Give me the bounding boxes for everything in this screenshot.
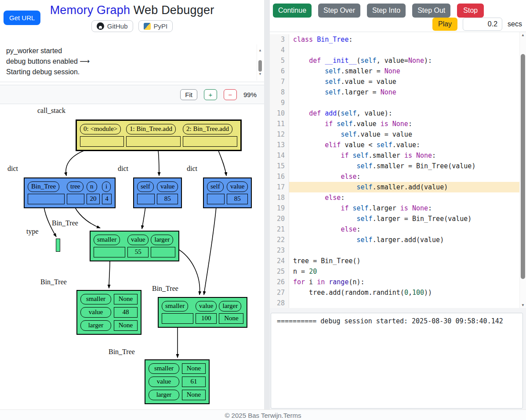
code-line[interactable]: 26for i in range(n):	[270, 277, 520, 287]
line-number: 14	[270, 150, 289, 161]
dict-add-frame-2[interactable]: selfvalue85	[203, 177, 252, 208]
line-number: 27	[270, 287, 289, 298]
stop-button[interactable]: Stop	[457, 4, 484, 18]
code-line[interactable]: 7 self.value = value	[270, 76, 520, 87]
continue-button[interactable]: Continue	[273, 4, 312, 18]
code-line[interactable]: 27 tree.add(random.randint(0,100))	[270, 287, 520, 298]
value-box: 85	[227, 194, 248, 204]
pypi-label: PyPI	[154, 22, 168, 30]
key-pill: smaller	[149, 363, 179, 374]
memory-graph-canvas[interactable]: call_stackdictdictdictBin_TreetypeBin_Tr…	[0, 104, 264, 409]
code-line[interactable]: 6 self.smaller = None	[270, 66, 520, 76]
code-line[interactable]: 17 self.smaller.add(value)	[270, 182, 520, 192]
log-line: Starting debug session.	[6, 67, 258, 77]
code-line[interactable]: 23	[270, 245, 520, 256]
terms-link[interactable]: Terms	[283, 412, 301, 419]
scroll-down-icon[interactable]: ▼	[520, 303, 526, 307]
type-node[interactable]	[56, 239, 60, 252]
code-line[interactable]: 28	[270, 298, 520, 308]
line-number: 22	[270, 235, 289, 245]
code-line[interactable]: 3class Bin_Tree:	[270, 34, 520, 45]
code-line[interactable]: 15 self.smaller = Bin_Tree(value)	[270, 161, 520, 171]
graph-node-label: type	[26, 228, 39, 235]
code-line[interactable]: 10 def add(self, value):	[270, 108, 520, 119]
code-editor[interactable]: 3class Bin_Tree:45 def __init__(self, va…	[270, 32, 526, 308]
debug-console[interactable]: ========== debug session started: 2025-0…	[271, 313, 523, 409]
github-button[interactable]: GitHub	[91, 20, 133, 32]
graph-toolbar: Fit + − 99%	[0, 85, 264, 104]
key-pill: smaller	[80, 294, 111, 304]
code-line[interactable]: 18 else:	[270, 192, 520, 203]
code-area[interactable]: 3class Bin_Tree:45 def __init__(self, va…	[270, 32, 520, 308]
code-text: tree.add(random.randint(0,100))	[289, 287, 520, 298]
scroll-up-icon[interactable]: ▲	[257, 45, 263, 56]
code-text: n = 20	[289, 266, 520, 277]
current-line: self.smaller.add(value)	[289, 182, 520, 192]
key-pill: 0: <module>	[80, 124, 121, 134]
code-text: self.larger = Bin_Tree(value)	[289, 214, 520, 224]
dict-module-frame[interactable]: Bin_Treetreen20i4	[24, 177, 116, 208]
code-line[interactable]: 19 if self.larger is None:	[270, 203, 520, 214]
step-into-button[interactable]: Step Into	[367, 4, 406, 18]
line-number: 26	[270, 277, 289, 287]
value-box: None	[114, 320, 138, 331]
dict-add-frame-1[interactable]: selfvalue85	[133, 177, 182, 208]
code-line[interactable]: 24tree = Bin_Tree()	[270, 256, 520, 266]
bintree-node-55[interactable]: smallervalue55larger	[90, 231, 179, 261]
line-number: 11	[270, 119, 289, 129]
get-url-button[interactable]: Get URL	[4, 11, 40, 25]
panel-divider[interactable]	[264, 0, 270, 409]
value-box: None	[182, 390, 206, 400]
delay-unit-label: secs	[508, 20, 522, 28]
code-text: if self.smaller is None:	[289, 150, 520, 161]
code-line[interactable]: 20 self.larger = Bin_Tree(value)	[270, 214, 520, 224]
editor-scrollbar-thumb[interactable]	[521, 54, 525, 279]
key-pill: value	[227, 181, 248, 192]
value-box: 48	[114, 307, 138, 318]
code-text: else:	[289, 224, 520, 235]
code-line[interactable]: 13 elif value < self.value:	[270, 140, 520, 150]
code-line[interactable]: 5 def __init__(self, value=None):	[270, 55, 520, 66]
zoom-out-button[interactable]: −	[224, 89, 237, 100]
log-line: debug buttons enabled ⟶	[6, 56, 258, 67]
code-line[interactable]: 22 self.larger.add(value)	[270, 235, 520, 245]
code-line[interactable]: 21 else:	[270, 224, 520, 235]
fit-button[interactable]: Fit	[180, 89, 197, 100]
bintree-node-48[interactable]: smallerNonevalue48largerNone	[76, 290, 141, 335]
editor-scrollbar[interactable]: ▲ ▼	[519, 32, 526, 308]
value-box: None	[182, 363, 206, 374]
edge-self2-to-bintree100	[204, 207, 216, 295]
code-line[interactable]: 8 self.larger = None	[270, 87, 520, 98]
code-line[interactable]: 12 self.value = value	[270, 129, 520, 140]
code-line[interactable]: 25n = 20	[270, 266, 520, 277]
pypi-button[interactable]: PyPI	[138, 20, 173, 32]
code-line[interactable]: 4	[270, 45, 520, 55]
key-pill: value	[80, 307, 111, 318]
code-text: self.smaller = Bin_Tree(value)	[289, 161, 520, 171]
scroll-down-icon[interactable]: ▼	[257, 69, 263, 80]
line-number: 4	[270, 45, 289, 55]
call-stack-node[interactable]: 0: <module>1: Bin_Tree.add2: Bin_Tree.ad…	[76, 119, 242, 151]
edge-tree-to-bintree55	[75, 207, 100, 228]
graph-node-label: Bin_Tree	[152, 285, 178, 293]
play-button[interactable]: Play	[432, 18, 457, 31]
bintree-node-100[interactable]: smallervalue100largerNone	[158, 297, 247, 328]
code-line[interactable]: 9	[270, 98, 520, 108]
value-box: 61	[182, 377, 206, 387]
code-text: self.smaller = None	[289, 66, 520, 76]
bintree-node-61[interactable]: smallerNonevalue61largerNone	[145, 359, 210, 404]
graph-node-label: dict	[7, 165, 18, 173]
log-scrollbar[interactable]: ▲ ▼	[257, 44, 263, 80]
delay-input[interactable]	[463, 18, 502, 31]
scroll-up-icon[interactable]: ▲	[520, 33, 526, 37]
step-over-button[interactable]: Step Over	[318, 4, 360, 18]
footer: © 2025 Bas Terwijn.Terms	[0, 409, 526, 420]
line-number: 5	[270, 55, 289, 66]
code-line[interactable]: 14 if self.smaller is None:	[270, 150, 520, 161]
code-line[interactable]: 11 if self.value is None:	[270, 119, 520, 129]
step-out-button[interactable]: Step Out	[412, 4, 450, 18]
code-text: def add(self, value):	[289, 108, 520, 119]
zoom-in-button[interactable]: +	[204, 89, 217, 100]
console-text: ========== debug session started: 2025-0…	[277, 317, 503, 325]
code-line[interactable]: 16 else:	[270, 171, 520, 182]
